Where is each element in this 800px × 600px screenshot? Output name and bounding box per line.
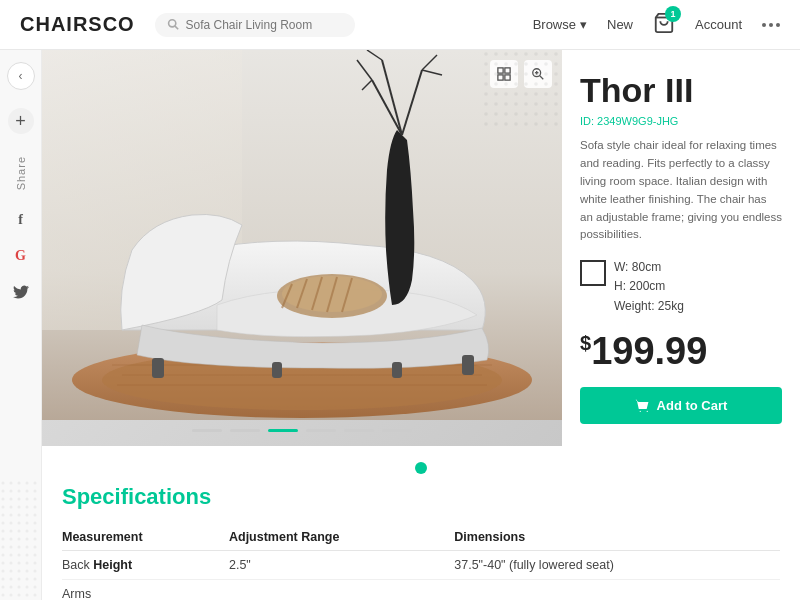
image-dot-1[interactable] [192, 429, 222, 432]
svg-point-0 [168, 20, 175, 27]
new-nav[interactable]: New [607, 17, 633, 32]
more-menu-button[interactable] [762, 23, 780, 27]
specs-section: Specifications Measurement Adjustment Ra… [42, 446, 800, 600]
share-label: Share [15, 156, 27, 190]
svg-rect-40 [482, 50, 562, 130]
product-top: Thor III ID: 2349W9G9-JHG Sofa style cha… [42, 50, 800, 446]
specs-col-measurement: Measurement [62, 524, 229, 551]
product-id: ID: 2349W9G9-JHG [580, 115, 782, 127]
specs-title: Specifications [62, 484, 780, 510]
dot-icon [769, 23, 773, 27]
product-image-container [42, 50, 562, 446]
add-button[interactable]: + [8, 108, 34, 134]
svg-rect-12 [152, 358, 164, 378]
sidebar: ‹ + Share f G [0, 50, 42, 600]
image-dot-4[interactable] [306, 429, 336, 432]
search-input[interactable] [185, 18, 342, 32]
product-section: Thor III ID: 2349W9G9-JHG Sofa style cha… [42, 50, 800, 600]
account-nav[interactable]: Account [695, 17, 742, 32]
corner-dots-pattern [482, 50, 562, 130]
dot-icon [762, 23, 766, 27]
table-row: Back Height 2.5" 37.5"-40" (fully lowere… [62, 550, 780, 579]
spec-dim-2 [454, 579, 780, 600]
social-links: f G [9, 208, 33, 304]
svg-rect-14 [272, 362, 282, 378]
spec-measurement-2: Arms [62, 579, 229, 600]
dimensions-icon [580, 260, 606, 286]
decorative-dots [0, 480, 40, 600]
product-dimensions: W: 80cm H: 200cm Weight: 25kg [580, 258, 782, 316]
prev-arrow-button[interactable]: ‹ [7, 62, 35, 90]
svg-line-1 [175, 26, 178, 29]
header: CHAIRSCO Browse ▾ New 1 Account [0, 0, 800, 50]
add-to-cart-label: Add to Cart [657, 398, 728, 413]
search-bar[interactable] [155, 13, 355, 37]
image-dot-3[interactable] [268, 429, 298, 432]
add-to-cart-button[interactable]: Add to Cart [580, 387, 782, 424]
cart-button[interactable]: 1 [653, 12, 675, 37]
logo: CHAIRSCO [20, 13, 135, 36]
svg-rect-13 [462, 355, 474, 375]
spec-measurement-1: Back Height [62, 550, 229, 579]
specs-dot [415, 462, 427, 474]
product-info: Thor III ID: 2349W9G9-JHG Sofa style cha… [562, 50, 800, 446]
specs-indicator [62, 462, 780, 474]
dot-icon [776, 23, 780, 27]
cart-badge: 1 [665, 6, 681, 22]
nav: Browse ▾ New 1 Account [533, 12, 780, 37]
product-description: Sofa style chair ideal for relaxing time… [580, 137, 782, 244]
twitter-bird [13, 285, 29, 299]
image-dots [192, 429, 412, 432]
image-dot-5[interactable] [344, 429, 374, 432]
image-dot-2[interactable] [230, 429, 260, 432]
chevron-down-icon: ▾ [580, 17, 587, 32]
spec-range-2 [229, 579, 454, 600]
facebook-icon[interactable]: f [9, 208, 33, 232]
product-title: Thor III [580, 72, 782, 109]
dimensions-text: W: 80cm H: 200cm Weight: 25kg [614, 258, 684, 316]
cart-button-icon [635, 398, 649, 412]
spec-dim-1: 37.5"-40" (fully lowered seat) [454, 550, 780, 579]
browse-nav[interactable]: Browse ▾ [533, 17, 587, 32]
google-icon[interactable]: G [9, 244, 33, 268]
svg-rect-15 [392, 362, 402, 378]
table-row: Arms [62, 579, 780, 600]
svg-rect-4 [0, 480, 40, 600]
specs-table: Measurement Adjustment Range Dimensions … [62, 524, 780, 600]
twitter-icon[interactable] [9, 280, 33, 304]
specs-col-range: Adjustment Range [229, 524, 454, 551]
spec-range-1: 2.5" [229, 550, 454, 579]
search-icon [167, 18, 180, 31]
product-price: $199.99 [580, 330, 782, 373]
image-dot-6[interactable] [382, 429, 412, 432]
specs-col-dimensions: Dimensions [454, 524, 780, 551]
main-content: ‹ + Share f G [0, 50, 800, 600]
